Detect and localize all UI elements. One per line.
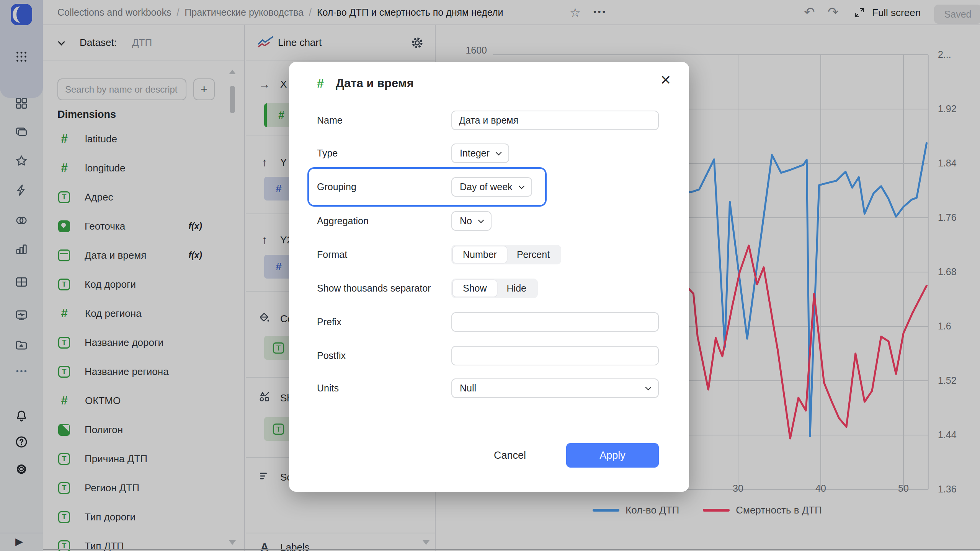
name-row: Name xyxy=(317,111,662,130)
units-label: Units xyxy=(317,383,339,394)
format-number-option[interactable]: Number xyxy=(453,246,507,263)
type-row: Type Integer xyxy=(317,143,662,163)
name-label: Name xyxy=(317,115,343,126)
thousands-show-option[interactable]: Show xyxy=(453,280,497,297)
thousands-separator-row: Show thousands separator Show Hide xyxy=(317,279,662,298)
chevron-down-icon xyxy=(496,149,502,155)
units-row: Units Null xyxy=(317,378,662,398)
postfix-row: Postfix xyxy=(317,346,662,365)
cancel-button[interactable]: Cancel xyxy=(483,443,537,468)
apply-button[interactable]: Apply xyxy=(566,443,659,468)
chevron-down-icon xyxy=(645,384,652,390)
format-percent-option[interactable]: Percent xyxy=(507,246,560,263)
aggregation-label: Aggregation xyxy=(317,215,369,227)
grouping-dropdown[interactable]: Day of week xyxy=(451,177,532,197)
aggregation-row: Aggregation No xyxy=(317,211,662,231)
grouping-label: Grouping xyxy=(317,181,356,192)
chevron-down-icon xyxy=(518,183,524,189)
field-type-number-icon: # xyxy=(317,77,324,91)
units-dropdown[interactable]: Null xyxy=(451,378,659,398)
prefix-row: Prefix xyxy=(317,312,662,332)
close-icon[interactable]: × xyxy=(655,69,676,90)
postfix-label: Postfix xyxy=(317,350,346,361)
aggregation-dropdown[interactable]: No xyxy=(451,211,492,231)
field-settings-modal: # Дата и время × Name Type Integer Group… xyxy=(289,62,689,492)
thousands-hide-option[interactable]: Hide xyxy=(497,280,536,297)
thousands-separator-label: Show thousands separator xyxy=(317,283,431,294)
format-segmented-control: Number Percent xyxy=(451,245,561,264)
app-window: ▶ Collections and workbooks / Практическ… xyxy=(0,0,980,551)
prefix-label: Prefix xyxy=(317,316,341,328)
type-dropdown[interactable]: Integer xyxy=(451,143,509,163)
thousands-segmented-control: Show Hide xyxy=(451,279,538,298)
grouping-row: Grouping Day of week xyxy=(317,177,662,197)
prefix-field[interactable] xyxy=(451,312,659,332)
modal-title: Дата и время xyxy=(336,77,414,90)
chevron-down-icon xyxy=(478,217,484,223)
format-row: Format Number Percent xyxy=(317,245,662,264)
format-label: Format xyxy=(317,249,347,260)
type-label: Type xyxy=(317,148,338,159)
postfix-field[interactable] xyxy=(451,346,659,365)
name-field[interactable] xyxy=(451,111,659,130)
